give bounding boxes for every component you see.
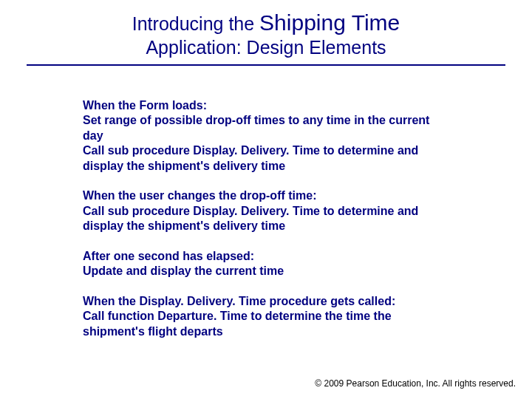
slide-title: Introducing the Shipping Time Applicatio… [0,0,532,58]
slide: Introducing the Shipping Time Applicatio… [0,0,532,399]
title-divider [27,64,505,66]
copyright-icon: © [315,378,321,389]
p2-line1: When the user changes the drop-off time: [83,188,451,203]
p3-line2: Update and display the current time [83,264,451,279]
copyright-footer: © 2009 Pearson Education, Inc. All right… [315,378,516,389]
p4-line2: Call function Departure. Time to determi… [83,309,451,339]
copyright-text: 2009 Pearson Education, Inc. All rights … [321,378,516,389]
title-line-1: Introducing the Shipping Time [0,10,532,35]
title-prefix: Introducing the [132,13,259,34]
paragraph-1: When the Form loads: Set range of possib… [83,98,451,174]
p4-line1: When the Display. Delivery. Time procedu… [83,294,451,309]
title-line-2: Application: Design Elements [0,37,532,58]
title-emphasis: Shipping Time [259,10,400,35]
p1-line3: Call sub procedure Display. Delivery. Ti… [83,143,451,174]
paragraph-4: When the Display. Delivery. Time procedu… [83,294,451,339]
p3-line1: After one second has elapsed: [83,249,451,264]
body-text: When the Form loads: Set range of possib… [83,98,451,339]
p1-line1: When the Form loads: [83,98,451,113]
p1-line2: Set range of possible drop-off times to … [83,113,451,143]
p2-line2: Call sub procedure Display. Delivery. Ti… [83,204,451,234]
paragraph-2: When the user changes the drop-off time:… [83,188,451,233]
paragraph-3: After one second has elapsed: Update and… [83,249,451,279]
